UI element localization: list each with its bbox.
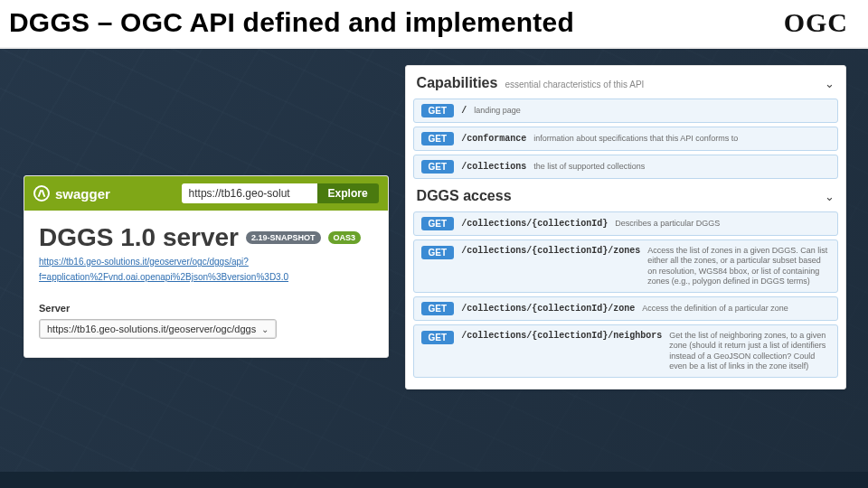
chevron-down-icon: ⌄ <box>825 190 835 203</box>
content-area: swagger Explore DGGS 1.0 server 2.19-SNA… <box>0 49 868 484</box>
http-verb-badge: GET <box>421 302 455 315</box>
version-badge: 2.19-SNAPSHOT <box>246 231 321 244</box>
swagger-doc-link-line2[interactable]: f=application%2Fvnd.oai.openapi%2Bjson%3… <box>39 271 373 283</box>
endpoint-path: /collections/{collectionId}/zones <box>461 246 640 256</box>
endpoint-path: /conformance <box>461 134 526 144</box>
http-verb-badge: GET <box>421 331 455 344</box>
endpoint-desc: Get the list of neighboring zones, to a … <box>669 331 830 371</box>
chevron-down-icon: ⌄ <box>825 77 835 90</box>
swagger-heading: DGGS 1.0 server <box>39 223 239 252</box>
swagger-body: DGGS 1.0 server 2.19-SNAPSHOT OAS3 https… <box>24 211 388 357</box>
slide-footer <box>0 472 868 488</box>
endpoint-row[interactable]: GET /collections/{collectionId} Describe… <box>413 211 838 236</box>
server-value: https://tb16.geo-solutions.it/geoserver/… <box>47 324 256 334</box>
group-subtitle: essential characteristics of this API <box>505 80 825 89</box>
oas-badge: OAS3 <box>328 231 362 244</box>
swagger-url-input[interactable] <box>182 183 317 203</box>
right-column: Capabilities essential characteristics o… <box>400 49 868 484</box>
endpoint-path: /collections/{collectionId}/zone <box>461 304 635 314</box>
swagger-panel: swagger Explore DGGS 1.0 server 2.19-SNA… <box>24 175 389 358</box>
endpoint-row[interactable]: GET /collections the list of supported c… <box>413 155 838 179</box>
ogc-logo: OGC <box>784 7 848 38</box>
title-bar: DGGS – OGC API defined and implemented O… <box>0 0 868 49</box>
endpoint-path: /collections/{collectionId} <box>461 219 608 229</box>
explore-button[interactable]: Explore <box>317 183 379 203</box>
http-verb-badge: GET <box>421 104 455 117</box>
server-label: Server <box>39 303 373 314</box>
endpoint-path: /collections/{collectionId}/neighbors <box>461 331 662 341</box>
slide-title: DGGS – OGC API defined and implemented <box>9 7 574 38</box>
http-verb-badge: GET <box>421 217 455 230</box>
swagger-brand-text: swagger <box>55 186 110 202</box>
swagger-brand: swagger <box>33 185 110 202</box>
endpoint-desc: Describes a particular DGGS <box>615 219 720 229</box>
group-head-dggs-access[interactable]: DGGS access ⌄ <box>413 183 838 208</box>
endpoint-desc: information about specifications that th… <box>533 134 738 144</box>
endpoint-row[interactable]: GET /collections/{collectionId}/zone Acc… <box>413 296 838 321</box>
endpoint-row[interactable]: GET /conformance information about speci… <box>413 127 838 151</box>
api-list: Capabilities essential characteristics o… <box>405 65 846 389</box>
endpoint-row[interactable]: GET /collections/{collectionId}/neighbor… <box>413 324 838 378</box>
endpoint-desc: the list of supported collections <box>533 162 645 172</box>
endpoint-desc: landing page <box>474 106 521 116</box>
chevron-down-icon: ⌄ <box>261 324 269 334</box>
endpoint-path: / <box>461 106 467 116</box>
endpoint-desc: Access the definition of a particular zo… <box>642 304 788 314</box>
group-title: DGGS access <box>417 188 512 204</box>
group-head-capabilities[interactable]: Capabilities essential characteristics o… <box>413 70 838 95</box>
swagger-topbar: swagger Explore <box>24 176 388 211</box>
endpoint-path: /collections <box>461 162 526 172</box>
http-verb-badge: GET <box>421 160 455 174</box>
http-verb-badge: GET <box>421 132 455 145</box>
swagger-doc-link-line1[interactable]: https://tb16.geo-solutions.it/geoserver/… <box>39 256 373 267</box>
group-title: Capabilities <box>417 75 498 91</box>
left-column: swagger Explore DGGS 1.0 server 2.19-SNA… <box>0 49 400 484</box>
http-verb-badge: GET <box>421 246 455 259</box>
endpoint-row[interactable]: GET /collections/{collectionId}/zones Ac… <box>413 239 838 293</box>
swagger-logo-icon <box>33 185 50 202</box>
endpoint-desc: Access the list of zones in a given DGGS… <box>647 246 830 286</box>
endpoint-row[interactable]: GET / landing page <box>413 99 838 123</box>
swagger-url-bar: Explore <box>182 183 379 203</box>
server-select[interactable]: https://tb16.geo-solutions.it/geoserver/… <box>39 319 277 339</box>
